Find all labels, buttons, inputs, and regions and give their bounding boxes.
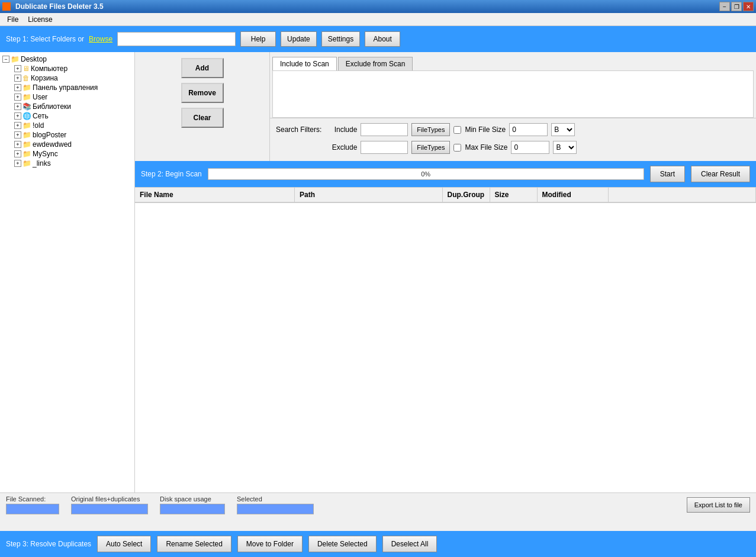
tree-expand-user[interactable]: + [14,94,21,101]
progress-container: 0% [208,168,644,180]
col-header-path[interactable]: Path [295,188,443,202]
min-size-unit[interactable]: BKBMBGB [551,123,575,136]
tree-expand-desktop[interactable]: − [2,56,9,63]
close-button[interactable]: ✕ [743,2,754,11]
original-files-item: Original files+duplicates [71,495,148,514]
folder-icon-network: 🌐 [22,112,31,120]
tree-expand-ewdewdwed[interactable]: + [14,141,21,148]
rename-selected-button[interactable]: Rename Selected [157,536,231,552]
tree-label-network: Сеть [33,112,49,120]
export-list-button[interactable]: Export List to file [687,497,750,513]
min-size-input[interactable] [509,123,548,136]
deselect-all-button[interactable]: Deselect All [382,536,437,552]
tree-expand-network[interactable]: + [14,112,21,120]
col-header-modified[interactable]: Modified [538,188,609,202]
step3-bar: Step 3: Resolve Duplicates Auto Select R… [0,531,756,557]
menu-license[interactable]: License [23,14,57,25]
results-body [135,203,756,492]
exclude-input[interactable] [361,141,408,154]
settings-button[interactable]: Settings [321,31,360,47]
max-file-size-label: Max File Size [465,143,507,152]
tree-expand-panel[interactable]: + [14,84,21,91]
original-files-label: Original files+duplicates [71,495,148,503]
tree-expand-old[interactable]: + [14,122,21,129]
col-header-size[interactable]: Size [490,188,538,202]
include-filter-row: Include FileTypes Min File Size BKBMBGB [327,123,577,136]
include-to-scan-tab[interactable]: Include to Scan [272,57,337,71]
file-scanned-label: File Scanned: [6,495,59,503]
tree-item-old[interactable]: + 📁 !old [14,121,132,130]
browse-link[interactable]: Browse [89,35,112,43]
include-input[interactable] [361,123,408,136]
tree-expand-mysync[interactable]: + [14,150,21,157]
exclude-filter-row: Exclude FileTypes Max File Size BKBMBGB [327,141,577,154]
tree-label-desktop: Desktop [21,55,47,63]
filters-panel: Search Filters: Include FileTypes Min Fi… [270,118,756,161]
tree-label-komputer: Компьютер [31,65,67,73]
tree-root-desktop[interactable]: − 📁 Desktop [2,54,132,64]
about-button[interactable]: About [365,31,400,47]
tree-label-mysync: MySync [33,150,58,158]
tree-item-libraries[interactable]: + 📚 Библиотеки [14,102,132,111]
include-filetypes-button[interactable]: FileTypes [411,123,450,136]
tree-label-ewdewdwed: ewdewdwed [33,140,72,149]
tree-item-ewdewdwed[interactable]: + 📁 ewdewdwed [14,140,132,149]
include-label: Include [327,125,357,134]
clear-button[interactable]: Clear [181,108,224,128]
path-input[interactable] [117,32,236,46]
restore-button[interactable]: ❐ [731,2,742,11]
title-bar-text: Dublicate Files Deleter 3.5 [2,2,104,11]
update-button[interactable]: Update [281,31,317,47]
disk-space-label: Disk space usage [160,495,225,503]
col-header-dupgroup[interactable]: Dup.Group [443,188,490,202]
tree-expand-libraries[interactable]: + [14,103,21,110]
auto-select-button[interactable]: Auto Select [97,536,151,552]
progress-text: 0% [208,169,644,179]
tree-item-links[interactable]: + 📁 _links [14,159,132,168]
tree-expand-komputer[interactable]: + [14,65,21,72]
search-filters-label: Search Filters: [276,123,321,134]
tree-item-mysync[interactable]: + 📁 MySync [14,149,132,159]
delete-selected-button[interactable]: Delete Selected [308,536,377,552]
tree-item-korzina[interactable]: + 🗑 Корзина [14,73,132,83]
tree-label-blogposter: blogPoster [33,131,66,139]
folder-tree: − 📁 Desktop + 🖥 Компьютер + 🗑 Корзина + … [0,52,135,492]
step2-label: Step 2: Begin Scan [141,170,202,178]
tree-item-user[interactable]: + 📁 User [14,92,132,102]
status-row-labels: File Scanned: Original files+duplicates … [6,495,750,514]
scan-content-area [272,70,754,118]
tree-expand-links[interactable]: + [14,160,21,167]
app-title: Dublicate Files Deleter 3.5 [15,2,104,11]
folder-icon-libraries: 📚 [22,102,31,111]
folder-icon-blogposter: 📁 [22,131,31,139]
remove-button[interactable]: Remove [181,83,224,103]
help-button[interactable]: Help [240,31,276,47]
tree-item-panel[interactable]: + 📁 Панель управления [14,83,132,92]
col-header-filename[interactable]: File Name [135,188,295,202]
tree-label-links: _links [33,159,51,168]
move-to-folder-button[interactable]: Move to Folder [237,536,303,552]
results-area: File Name Path Dup.Group Size Modified [135,187,756,492]
tree-item-blogposter[interactable]: + 📁 blogPoster [14,130,132,140]
menu-file[interactable]: File [2,14,23,25]
max-size-input[interactable] [511,141,549,154]
clear-result-button[interactable]: Clear Result [691,166,750,182]
progress-bar: 0% [208,168,644,180]
tree-expand-korzina[interactable]: + [14,75,21,82]
title-bar-controls: − ❐ ✕ [719,2,754,11]
start-button[interactable]: Start [650,166,685,182]
max-size-unit[interactable]: BKBMBGB [553,141,577,154]
add-button[interactable]: Add [181,58,224,78]
exclude-from-scan-tab[interactable]: Exclude from Scan [338,57,413,70]
folder-icon-komputer: 🖥 [22,65,30,73]
min-file-size-checkbox[interactable] [453,126,461,134]
exclude-filetypes-button[interactable]: FileTypes [411,141,450,154]
minimize-button[interactable]: − [719,2,730,11]
action-buttons-panel: Add Remove Clear [135,52,270,161]
tree-item-komputer[interactable]: + 🖥 Компьютер [14,64,132,73]
tree-expand-blogposter[interactable]: + [14,131,21,139]
max-file-size-checkbox[interactable] [453,144,461,152]
app-icon [2,2,11,11]
folder-icon-user: 📁 [22,93,31,101]
tree-item-network[interactable]: + 🌐 Сеть [14,111,132,121]
